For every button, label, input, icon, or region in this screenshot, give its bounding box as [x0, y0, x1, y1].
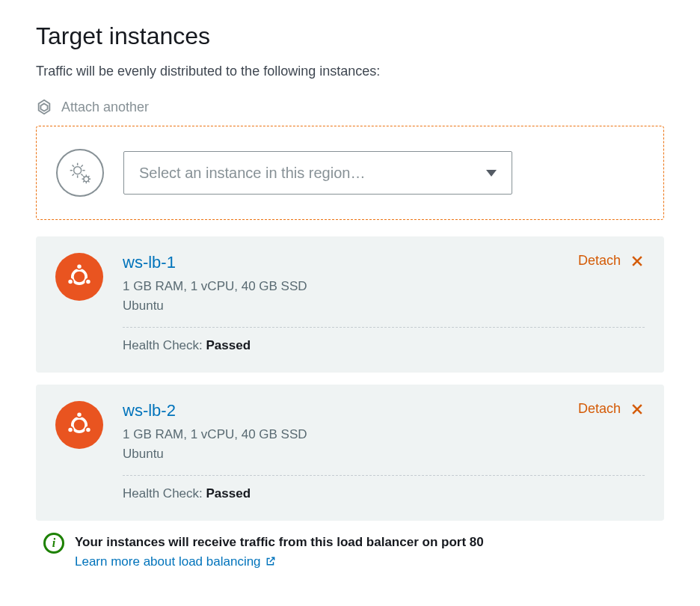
svg-point-6 — [73, 418, 86, 432]
health-check-row: Health Check: Passed — [123, 338, 645, 353]
svg-point-9 — [67, 427, 73, 432]
svg-point-8 — [85, 427, 90, 432]
attach-icon — [36, 99, 52, 115]
instance-os: Ubuntu — [123, 296, 645, 316]
health-status: Passed — [206, 486, 251, 501]
close-icon — [630, 402, 645, 417]
info-row: i Your instances will receive traffic fr… — [36, 533, 664, 571]
page-title: Target instances — [36, 22, 664, 50]
detach-label: Detach — [578, 401, 621, 417]
learn-more-link[interactable]: Learn more about load balancing — [75, 552, 276, 572]
instance-card: ws-lb-1 1 GB RAM, 1 vCPU, 40 GB SSD Ubun… — [36, 236, 664, 373]
svg-point-0 — [74, 167, 82, 174]
health-label: Health Check: — [123, 486, 203, 501]
select-placeholder: Select an instance in this region… — [139, 165, 365, 182]
divider — [123, 475, 645, 476]
svg-point-3 — [76, 264, 82, 269]
svg-point-7 — [76, 412, 82, 417]
divider — [123, 327, 645, 328]
attach-another-row[interactable]: Attach another — [36, 99, 664, 115]
detach-button[interactable]: Detach — [578, 401, 645, 417]
info-message: Your instances will receive traffic from… — [75, 533, 484, 552]
instance-specs: 1 GB RAM, 1 vCPU, 40 GB SSD — [123, 277, 645, 296]
learn-more-text: Learn more about load balancing — [75, 552, 261, 572]
instance-os: Ubuntu — [123, 444, 645, 464]
svg-point-4 — [85, 279, 90, 284]
svg-point-2 — [73, 270, 86, 284]
gear-icon — [56, 149, 104, 197]
subtitle: Traffic will be evenly distributed to th… — [36, 64, 664, 79]
health-status: Passed — [206, 338, 251, 352]
instance-specs: 1 GB RAM, 1 vCPU, 40 GB SSD — [123, 425, 645, 444]
instance-card: ws-lb-2 1 GB RAM, 1 vCPU, 40 GB SSD Ubun… — [36, 385, 664, 521]
attach-another-label: Attach another — [61, 100, 149, 115]
ubuntu-icon — [55, 401, 103, 449]
health-label: Health Check: — [123, 338, 203, 352]
detach-button[interactable]: Detach — [578, 253, 645, 269]
region-instance-select[interactable]: Select an instance in this region… — [123, 151, 512, 195]
svg-point-5 — [67, 279, 73, 284]
svg-point-1 — [84, 177, 89, 182]
attach-instance-box: Select an instance in this region… — [36, 126, 664, 220]
instance-name-link[interactable]: ws-lb-1 — [123, 253, 645, 272]
external-link-icon — [265, 556, 276, 566]
detach-label: Detach — [578, 253, 621, 269]
instance-name-link[interactable]: ws-lb-2 — [123, 401, 645, 420]
ubuntu-icon — [55, 253, 103, 301]
chevron-down-icon — [486, 170, 497, 177]
close-icon — [630, 254, 645, 269]
health-check-row: Health Check: Passed — [123, 486, 645, 501]
info-icon: i — [43, 533, 64, 554]
